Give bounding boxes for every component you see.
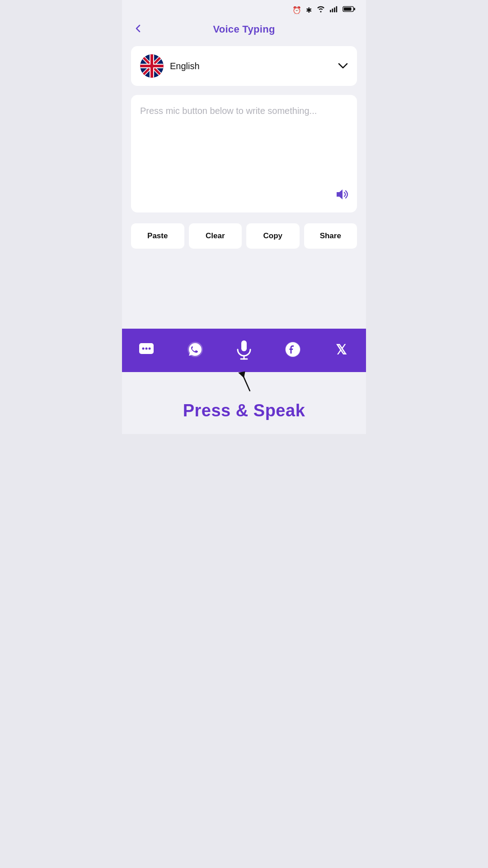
chat-icon[interactable] [134,337,159,362]
clear-button[interactable]: Clear [189,223,242,249]
svg-marker-30 [238,372,245,378]
svg-rect-3 [336,6,338,13]
page-title: Voice Typing [213,24,275,35]
bluetooth-icon: ✱ [306,6,312,14]
whatsapp-icon[interactable] [183,337,208,362]
language-selector[interactable]: English [131,46,357,86]
chevron-down-icon [338,60,348,72]
back-button[interactable] [133,23,144,36]
svg-rect-6 [354,8,355,10]
language-label: English [170,61,332,71]
alarm-icon: ⏰ [292,6,301,14]
svg-point-20 [149,348,151,350]
flag-icon [140,54,164,78]
copy-button[interactable]: Copy [246,223,300,249]
text-area[interactable]: Press mic button below to write somethin… [131,95,357,212]
svg-rect-16 [140,65,164,67]
text-placeholder: Press mic button below to write somethin… [140,106,317,116]
wifi-icon [316,5,325,14]
share-button[interactable]: Share [304,223,357,249]
svg-point-19 [145,348,148,350]
svg-rect-1 [332,9,333,12]
svg-rect-23 [241,340,247,351]
bottom-bar: 𝕏 [122,329,366,372]
svg-point-18 [142,348,145,350]
facebook-icon[interactable] [280,337,305,362]
signal-icon [330,5,338,14]
speaker-button[interactable] [334,187,350,205]
twitter-x-icon[interactable]: 𝕏 [329,337,354,362]
battery-icon [343,5,355,14]
mic-button[interactable] [231,337,257,362]
paste-button[interactable]: Paste [131,223,184,249]
svg-text:𝕏: 𝕏 [336,342,347,357]
press-speak-label: Press & Speak [122,396,366,434]
svg-rect-2 [334,7,335,12]
spacer [122,255,366,329]
svg-rect-0 [330,10,331,12]
arrow-indicator [122,368,366,395]
header: Voice Typing [122,17,366,42]
action-buttons: Paste Clear Copy Share [131,223,357,249]
status-bar: ⏰ ✱ [122,0,366,17]
phone-container: ⏰ ✱ V [122,0,366,434]
svg-rect-5 [344,7,352,10]
